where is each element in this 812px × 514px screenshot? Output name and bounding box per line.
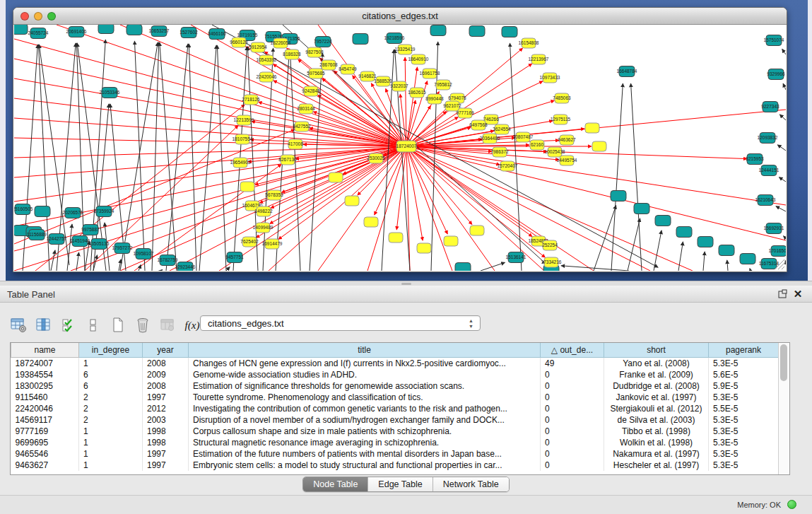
import-table-icon[interactable] xyxy=(158,316,177,334)
scrollbar-thumb[interactable] xyxy=(780,344,787,381)
table-selector-dropdown[interactable]: citations_edges.txt ▲▼ xyxy=(200,315,481,331)
network-node[interactable] xyxy=(364,217,378,227)
float-panel-icon[interactable] xyxy=(777,288,788,300)
network-edge[interactable] xyxy=(654,230,661,271)
table-cell[interactable]: 9777169 xyxy=(11,426,79,437)
table-cell[interactable]: 1998 xyxy=(143,426,189,437)
panel-splitter[interactable] xyxy=(0,281,812,286)
table-cell[interactable]: 1 xyxy=(79,426,143,437)
table-cell[interactable]: Investigating the contribution of common… xyxy=(189,403,541,414)
table-cell[interactable]: 14569117 xyxy=(11,414,79,426)
network-edge[interactable] xyxy=(199,45,216,271)
table-row[interactable]: 1456911722003Disruption of a novel membe… xyxy=(11,414,779,426)
table-cell[interactable]: Nakamura et al. (1997) xyxy=(604,448,709,460)
network-edge[interactable] xyxy=(406,146,747,159)
table-cell[interactable]: Dudbridge et al. (2008) xyxy=(604,380,709,392)
network-edge[interactable] xyxy=(405,57,406,146)
table-cell[interactable]: 18300295 xyxy=(11,380,79,392)
network-node[interactable] xyxy=(345,196,359,206)
table-cell[interactable]: 0 xyxy=(541,460,604,471)
network-node[interactable] xyxy=(502,27,517,37)
table-cell[interactable]: 0 xyxy=(541,392,604,403)
network-edge[interactable] xyxy=(783,236,786,238)
function-builder-icon[interactable]: f(x) xyxy=(183,316,201,334)
column-header-2[interactable]: year xyxy=(143,343,189,358)
table-cell[interactable]: 9699695 xyxy=(11,437,79,448)
network-edge[interactable] xyxy=(134,164,281,271)
network-node[interactable] xyxy=(35,206,50,217)
table-cell[interactable]: 5.3E-5 xyxy=(709,426,779,437)
network-edge[interactable] xyxy=(785,260,786,262)
network-node[interactable] xyxy=(469,26,485,37)
table-scrollbar[interactable] xyxy=(778,343,789,474)
table-cell[interactable]: 5.9E-5 xyxy=(709,380,779,392)
table-row[interactable]: 946362711997Embryonic stem cells: a mode… xyxy=(11,460,779,471)
table-cell[interactable]: Estimation of the future numbers of pati… xyxy=(189,448,541,460)
select-all-icon[interactable] xyxy=(59,316,78,334)
table-cell[interactable]: 0 xyxy=(541,403,604,414)
network-node[interactable] xyxy=(470,226,484,235)
table-cell[interactable]: 5.6E-5 xyxy=(709,369,779,380)
network-edge[interactable] xyxy=(779,115,786,120)
column-header-6[interactable]: pagerank xyxy=(709,343,779,358)
table-cell[interactable]: 18724007 xyxy=(11,358,79,370)
network-edge[interactable] xyxy=(259,102,406,146)
table-cell[interactable]: 0 xyxy=(541,414,604,426)
table-cell[interactable]: 5.3E-5 xyxy=(709,448,779,460)
network-edge[interactable] xyxy=(481,262,505,271)
table-cell[interactable]: 5.3E-5 xyxy=(709,460,779,471)
table-cell[interactable]: 5.3E-5 xyxy=(709,358,779,370)
new-document-icon[interactable] xyxy=(109,316,127,334)
network-edge[interactable] xyxy=(727,260,728,271)
network-edge[interactable] xyxy=(226,267,230,271)
tab-node-table[interactable]: Node Table xyxy=(303,477,367,491)
network-edge[interactable] xyxy=(278,146,406,240)
table-cell[interactable]: 0 xyxy=(541,369,604,380)
table-cell[interactable]: 1 xyxy=(79,437,143,448)
network-edge[interactable] xyxy=(310,53,322,271)
table-cell[interactable]: 5.3E-5 xyxy=(709,392,779,403)
network-node[interactable] xyxy=(611,191,626,201)
table-cell[interactable]: Stergiakouli et al. (2012) xyxy=(604,403,709,414)
network-node[interactable] xyxy=(585,123,599,133)
table-cell[interactable]: Corpus callosum shape and size in male p… xyxy=(189,426,541,437)
clear-selection-icon[interactable] xyxy=(84,316,102,334)
network-node[interactable] xyxy=(240,182,254,192)
table-row[interactable]: 946554611997Estimation of the future num… xyxy=(11,448,779,460)
network-edge[interactable] xyxy=(777,145,786,151)
table-row[interactable]: 977716911998Corpus callosum shape and si… xyxy=(11,426,779,437)
table-cell[interactable]: 2012 xyxy=(143,403,189,414)
table-cell[interactable]: 1 xyxy=(79,448,143,460)
network-canvas[interactable]: 2405572420691406106532571527602846616010… xyxy=(14,25,786,271)
column-selection-icon[interactable] xyxy=(35,316,53,334)
network-edge[interactable] xyxy=(703,252,705,271)
network-edge[interactable] xyxy=(779,177,786,182)
network-edge[interactable] xyxy=(67,224,72,271)
table-cell[interactable]: 2 xyxy=(79,403,143,414)
network-edge[interactable] xyxy=(750,269,751,271)
table-cell[interactable]: 2003 xyxy=(143,414,189,426)
table-cell[interactable]: 49 xyxy=(541,358,604,370)
network-edge[interactable] xyxy=(318,146,406,271)
table-settings-icon[interactable] xyxy=(10,316,28,334)
table-row[interactable]: 911546021997Tourette syndrome. Phenomeno… xyxy=(11,392,779,403)
network-edge[interactable] xyxy=(134,41,145,271)
network-edge[interactable] xyxy=(161,269,163,271)
table-cell[interactable]: 6 xyxy=(79,380,143,392)
table-cell[interactable]: 0 xyxy=(541,426,604,437)
network-edge[interactable] xyxy=(166,44,188,271)
table-cell[interactable]: 1998 xyxy=(143,437,189,448)
table-cell[interactable]: Genome-wide association studies in ADHD. xyxy=(189,369,541,380)
table-cell[interactable]: 2008 xyxy=(143,380,189,392)
table-cell[interactable]: Hescheler et al. (1997) xyxy=(604,460,709,471)
splitter-handle[interactable] xyxy=(401,283,411,285)
table-cell[interactable]: 9463627 xyxy=(11,460,79,471)
network-edge[interactable] xyxy=(189,44,196,271)
table-cell[interactable]: Tourette syndrome. Phenomenology and cla… xyxy=(189,392,541,403)
network-node[interactable] xyxy=(655,216,671,226)
table-cell[interactable]: Tibbo et al. (1998) xyxy=(604,426,709,437)
network-edge[interactable] xyxy=(406,146,472,225)
window-titlebar[interactable]: citations_edges.txt xyxy=(13,8,787,25)
network-node[interactable] xyxy=(126,25,142,35)
table-cell[interactable]: de Silva et al. (2003) xyxy=(604,414,709,426)
